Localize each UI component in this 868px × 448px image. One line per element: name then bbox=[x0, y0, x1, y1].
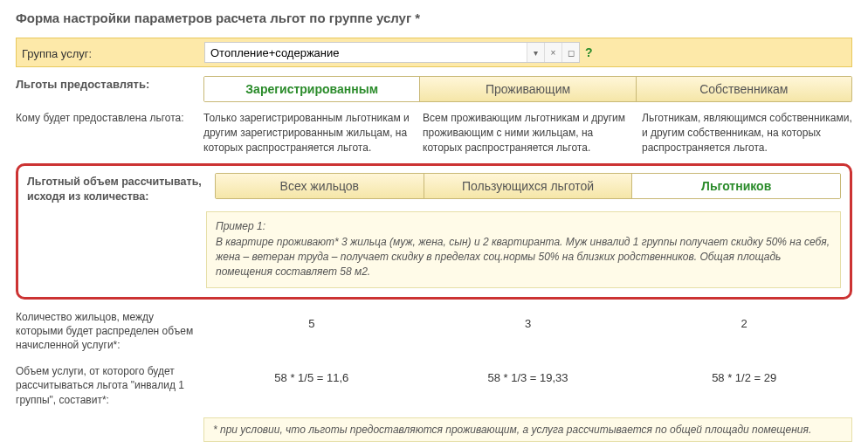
page-title: Форма настройки параметров расчета льгот… bbox=[16, 10, 852, 25]
who-desc-owners: Льготникам, являющимся собственниками, и… bbox=[642, 111, 852, 155]
tab-all-residents[interactable]: Всех жильцов bbox=[216, 174, 424, 198]
open-icon[interactable]: ◻ bbox=[561, 43, 579, 62]
calc-label: Объем услуги, от которого будет рассчиты… bbox=[16, 362, 203, 407]
who-row: Кому будет предоставлена льгота: Только … bbox=[16, 111, 852, 155]
calc-row: Объем услуги, от которого будет рассчиты… bbox=[16, 362, 852, 407]
group-input[interactable] bbox=[205, 43, 527, 62]
who-label: Кому будет предоставлена льгота: bbox=[16, 111, 203, 155]
tab-owners[interactable]: Собственникам bbox=[637, 77, 851, 101]
dropdown-icon[interactable]: ▾ bbox=[527, 43, 544, 62]
tab-using-benefit[interactable]: Пользующихся льготой bbox=[424, 174, 633, 198]
volume-row: Льготный объем рассчитывать, исходя из к… bbox=[27, 173, 841, 204]
who-desc-residing: Всем проживающим льготникам и другим про… bbox=[423, 111, 633, 155]
footnote: * при условии, что льготы предоставляютс… bbox=[203, 417, 852, 442]
clear-icon[interactable]: × bbox=[544, 43, 561, 62]
highlighted-volume-section: Льготный объем рассчитывать, исходя из к… bbox=[16, 163, 852, 299]
residents-label: Количество жильцов, между которыми будет… bbox=[16, 308, 203, 353]
calc-val-0: 58 * 1/5 = 11,6 bbox=[203, 362, 420, 384]
help-icon[interactable]: ? bbox=[585, 45, 593, 59]
group-label: Группа услуг: bbox=[22, 45, 204, 60]
provide-label: Льготы предоставлять: bbox=[16, 76, 203, 91]
residents-val-0: 5 bbox=[203, 308, 420, 330]
who-desc-registered: Только зарегистрированным льготникам и д… bbox=[203, 111, 414, 155]
volume-label: Льготный объем рассчитывать, исходя из к… bbox=[27, 173, 215, 204]
example-text: В квартире проживают* 3 жильца (муж, жен… bbox=[216, 236, 830, 279]
example-title: Пример 1: bbox=[216, 220, 265, 232]
group-row: Группа услуг: ▾ × ◻ ? bbox=[16, 38, 852, 67]
volume-tabs: Всех жильцов Пользующихся льготой Льготн… bbox=[215, 173, 841, 199]
calc-val-2: 58 * 1/2 = 29 bbox=[636, 362, 852, 384]
tab-registered[interactable]: Зарегистрированным bbox=[204, 77, 420, 101]
residents-row: Количество жильцов, между которыми будет… bbox=[16, 308, 852, 353]
group-input-wrap: ▾ × ◻ bbox=[204, 42, 580, 63]
tab-beneficiaries[interactable]: Льготников bbox=[632, 174, 840, 198]
residents-val-1: 3 bbox=[420, 308, 637, 330]
provide-tabs: Зарегистрированным Проживающим Собственн… bbox=[203, 76, 852, 102]
calc-val-1: 58 * 1/3 = 19,33 bbox=[420, 362, 637, 384]
residents-val-2: 2 bbox=[636, 308, 852, 330]
example-box: Пример 1: В квартире проживают* 3 жильца… bbox=[206, 211, 841, 288]
provide-row: Льготы предоставлять: Зарегистрированным… bbox=[16, 76, 852, 102]
tab-residing[interactable]: Проживающим bbox=[420, 77, 636, 101]
